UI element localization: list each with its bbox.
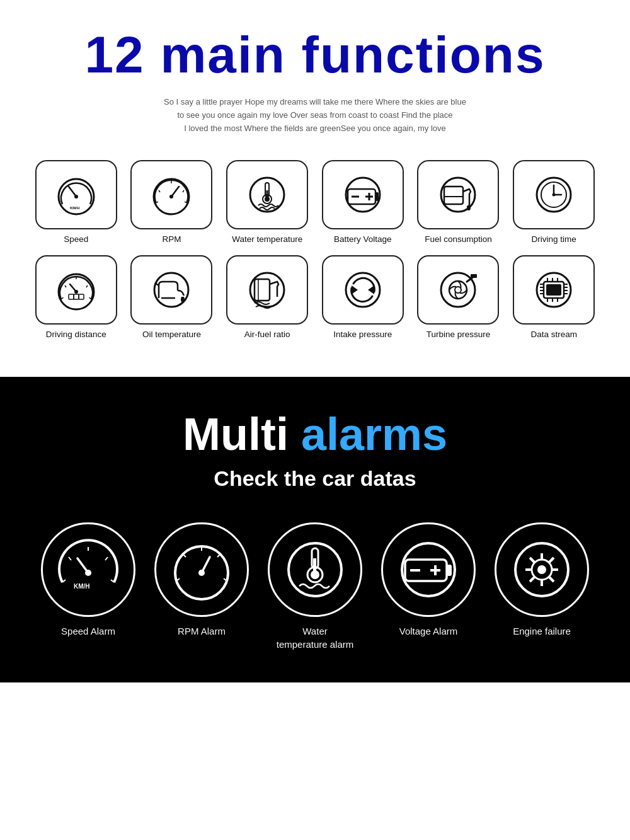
turbine-icon bbox=[433, 268, 483, 312]
alarm-voltage-icon bbox=[394, 538, 463, 601]
feature-speed: KM/H Speed bbox=[32, 160, 121, 244]
svg-line-86 bbox=[217, 555, 220, 557]
svg-line-75 bbox=[69, 557, 71, 560]
svg-rect-40 bbox=[79, 294, 84, 299]
svg-line-109 bbox=[549, 577, 554, 582]
alarm-water: Watertemperature alarm bbox=[268, 522, 362, 651]
feature-intake: Intake pressure bbox=[318, 255, 408, 339]
svg-point-103 bbox=[537, 565, 546, 574]
svg-rect-19 bbox=[375, 192, 379, 201]
fuel-icon bbox=[433, 173, 483, 217]
alarm-speed-circle: KM/H bbox=[41, 522, 135, 617]
svg-line-110 bbox=[549, 558, 554, 562]
svg-point-31 bbox=[553, 193, 556, 197]
svg-point-53 bbox=[449, 281, 467, 299]
air-fuel-icon-box bbox=[226, 255, 308, 325]
svg-rect-39 bbox=[74, 294, 79, 299]
svg-rect-56 bbox=[471, 274, 477, 278]
alarm-water-label: Watertemperature alarm bbox=[277, 624, 354, 651]
rpm-icon bbox=[146, 173, 197, 217]
fuel-label: Fuel consumption bbox=[425, 234, 492, 244]
alarm-voltage: Voltage Alarm bbox=[381, 522, 476, 651]
feature-rpm: RPM bbox=[127, 160, 217, 244]
svg-rect-47 bbox=[255, 279, 270, 301]
rpm-label: RPM bbox=[162, 234, 181, 244]
data-stream-label: Data stream bbox=[530, 330, 577, 339]
fuel-icon-box bbox=[417, 160, 499, 229]
svg-line-111 bbox=[530, 577, 534, 582]
svg-line-36 bbox=[86, 285, 88, 287]
svg-line-108 bbox=[530, 558, 534, 562]
alarm-engine-label: Engine failure bbox=[513, 624, 571, 638]
drive-time-icon bbox=[529, 173, 579, 217]
alarm-rpm: RPM Alarm bbox=[154, 522, 249, 651]
alarm-rpm-icon bbox=[167, 538, 236, 601]
feature-drive-time: Driving time bbox=[509, 160, 598, 244]
battery-icon-box bbox=[322, 160, 404, 229]
svg-line-6 bbox=[159, 190, 160, 192]
svg-point-11 bbox=[169, 195, 173, 198]
air-fuel-label: Air-fuel ratio bbox=[244, 330, 290, 339]
svg-point-3 bbox=[74, 195, 78, 198]
alarm-engine-circle bbox=[495, 522, 589, 617]
alarm-speed: KM/H Speed Alarm bbox=[41, 522, 135, 651]
intake-icon bbox=[338, 268, 388, 312]
alarm-speed-label: Speed Alarm bbox=[61, 624, 115, 638]
feature-drive-dist: Driving distance bbox=[32, 255, 121, 339]
drive-dist-icon bbox=[51, 268, 101, 312]
svg-line-84 bbox=[183, 555, 186, 557]
svg-rect-24 bbox=[444, 187, 463, 204]
svg-marker-50 bbox=[368, 285, 374, 294]
water-temp-label: Water temperature bbox=[232, 234, 302, 244]
drive-time-icon-box bbox=[513, 160, 595, 229]
svg-point-94 bbox=[311, 570, 319, 579]
svg-point-16 bbox=[265, 197, 270, 202]
feature-turbine: Turbine pressure bbox=[414, 255, 503, 339]
data-stream-icon bbox=[529, 268, 579, 312]
alarm-rpm-circle bbox=[154, 522, 249, 617]
oil-temp-icon-box bbox=[130, 255, 212, 325]
water-temp-icon bbox=[242, 173, 292, 217]
bottom-section: Multi alarms Check the car datas K bbox=[0, 377, 630, 682]
svg-line-5 bbox=[156, 202, 158, 203]
icon-grid: KM/H Speed bbox=[19, 154, 611, 352]
alarm-engine: Engine failure bbox=[495, 522, 589, 651]
feature-oil-temp: Oil temperature bbox=[127, 255, 217, 339]
alarm-grid: KM/H Speed Alarm bbox=[19, 522, 611, 651]
svg-text:KM/H: KM/H bbox=[70, 206, 79, 210]
alarm-water-icon bbox=[280, 538, 350, 601]
svg-rect-59 bbox=[546, 284, 561, 296]
feature-air-fuel: Air-fuel ratio bbox=[222, 255, 312, 339]
feature-battery: Battery Voltage bbox=[318, 160, 408, 244]
alarm-title-blue: alarms bbox=[301, 409, 447, 459]
turbine-label: Turbine pressure bbox=[427, 330, 491, 339]
svg-line-9 bbox=[185, 202, 186, 203]
speed-label: Speed bbox=[64, 234, 88, 244]
data-stream-icon-box bbox=[513, 255, 595, 325]
feature-data-stream: Data stream bbox=[509, 255, 598, 339]
svg-rect-97 bbox=[447, 565, 452, 576]
svg-line-34 bbox=[65, 285, 66, 287]
svg-line-8 bbox=[183, 190, 184, 192]
svg-marker-51 bbox=[352, 285, 358, 294]
svg-point-80 bbox=[85, 570, 91, 576]
speed-icon: KM/H bbox=[51, 173, 101, 217]
main-title: 12 main functions bbox=[19, 25, 611, 84]
alarm-title-white: Multi bbox=[183, 409, 301, 459]
intake-icon-box bbox=[322, 255, 404, 325]
feature-water-temp: Water temperature bbox=[222, 160, 312, 244]
alarm-speed-icon: KM/H bbox=[54, 538, 123, 601]
alarm-rpm-label: RPM Alarm bbox=[178, 624, 226, 638]
alarm-voltage-circle bbox=[381, 522, 476, 617]
top-section: 12 main functions So I say a little pray… bbox=[0, 0, 630, 377]
drive-dist-label: Driving distance bbox=[46, 330, 106, 339]
oil-temp-icon bbox=[146, 268, 197, 312]
alarm-title: Multi alarms bbox=[19, 408, 611, 460]
svg-point-89 bbox=[198, 570, 205, 576]
water-temp-icon-box bbox=[226, 160, 308, 229]
svg-point-52 bbox=[441, 273, 475, 307]
svg-point-25 bbox=[467, 205, 471, 210]
alarm-engine-icon bbox=[507, 538, 576, 601]
battery-label: Battery Voltage bbox=[334, 234, 392, 244]
drive-dist-icon-box bbox=[35, 255, 117, 325]
